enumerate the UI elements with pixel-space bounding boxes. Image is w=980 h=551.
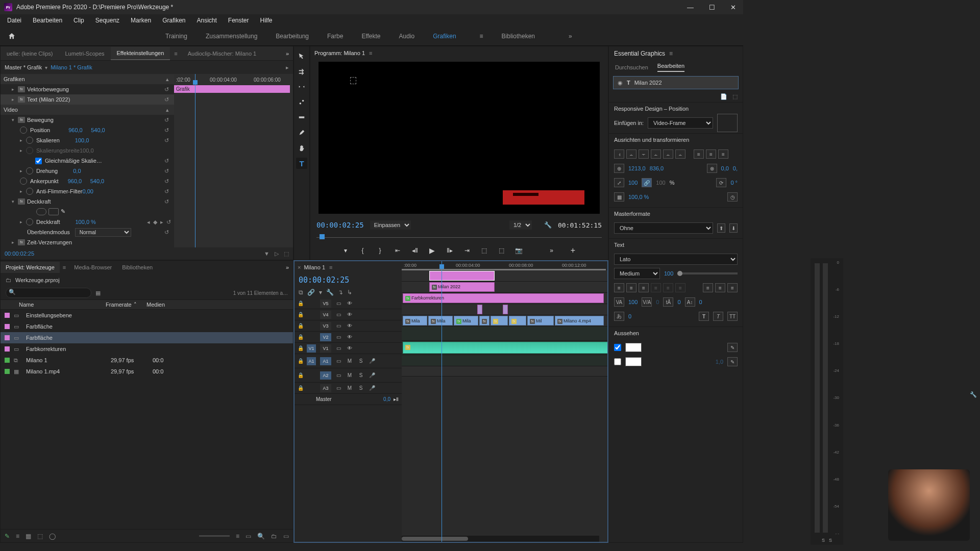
reset-icon[interactable]: ↺ xyxy=(164,158,169,164)
reset-icon[interactable]: ↺ xyxy=(164,229,169,236)
stroke-color-swatch[interactable] xyxy=(625,357,642,366)
stroke-width[interactable]: 1,0 xyxy=(716,359,723,365)
fx-badge[interactable]: fx xyxy=(18,198,25,205)
text-valign-top-icon[interactable]: ≡ xyxy=(703,283,713,292)
hand-tool[interactable] xyxy=(296,142,307,154)
track-select-tool[interactable] xyxy=(296,66,307,77)
solo-indicator[interactable]: S xyxy=(822,538,825,543)
pin-to-select[interactable]: Video-Frame xyxy=(648,117,713,129)
clip-video[interactable]: fx xyxy=(491,316,508,325)
mute-button[interactable]: M xyxy=(346,358,354,365)
project-item[interactable]: ▭Farbfläche xyxy=(1,332,293,343)
visibility-icon[interactable]: ◉ xyxy=(618,80,623,86)
fx-badge[interactable]: fx xyxy=(18,86,25,92)
circle-icon[interactable]: ◯ xyxy=(49,533,56,540)
chevron-down-icon[interactable]: ▾ xyxy=(45,65,47,70)
project-item[interactable]: ▭Farbfläche xyxy=(1,321,293,332)
lane-a1[interactable] xyxy=(402,327,607,341)
twirl-icon[interactable]: ▾ xyxy=(12,117,18,122)
export-icon[interactable]: ⬚ xyxy=(284,251,289,257)
clip-video[interactable]: fx xyxy=(479,316,489,325)
track-output-icon[interactable]: ▭ xyxy=(334,322,342,330)
find-icon[interactable]: 🔍 xyxy=(257,533,265,540)
solo-button[interactable]: S xyxy=(357,385,365,392)
insert-icon[interactable]: ↴ xyxy=(338,289,343,296)
track-output-icon[interactable]: ▭ xyxy=(334,372,342,379)
marker-icon[interactable]: ▾ xyxy=(319,289,322,296)
add-keyframe-icon[interactable]: ◆ xyxy=(153,219,157,226)
mute-button[interactable]: M xyxy=(346,385,354,392)
src-patch-a1[interactable]: A1 xyxy=(307,357,316,365)
eg-tab-edit[interactable]: Bearbeiten xyxy=(657,63,684,72)
baseline-value[interactable]: 0 xyxy=(699,299,702,305)
icon-view-icon[interactable]: ▦ xyxy=(26,533,31,540)
next-keyframe-icon[interactable]: ▸ xyxy=(160,219,163,226)
lane-master[interactable] xyxy=(402,366,607,377)
twirl-icon[interactable]: ▸ xyxy=(20,189,26,194)
menu-sequenz[interactable]: Sequenz xyxy=(90,15,125,26)
stopwatch-icon[interactable] xyxy=(26,167,33,174)
solo-indicator[interactable]: S xyxy=(829,538,832,543)
group-layer-icon[interactable]: ⬚ xyxy=(732,93,738,100)
clip-video[interactable]: fx xyxy=(509,316,526,325)
workspace-training[interactable]: Training xyxy=(165,33,187,40)
clip-name-label[interactable]: Milano 1 * Grafik xyxy=(51,64,92,70)
src-patch[interactable] xyxy=(307,311,316,319)
src-patch[interactable] xyxy=(307,322,316,330)
track-output-icon[interactable]: ▭ xyxy=(334,300,342,307)
skalieren-value[interactable]: 100,0 xyxy=(75,137,97,143)
stopwatch-icon[interactable] xyxy=(26,137,33,144)
clip-gap[interactable] xyxy=(477,305,482,314)
position-y[interactable]: 540,0 xyxy=(91,127,113,133)
drehung-value[interactable]: 0,0 xyxy=(73,168,95,174)
workspace-overflow-icon[interactable]: » xyxy=(569,33,572,40)
lane-v3[interactable]: fxFarbkorrekturen xyxy=(402,293,607,304)
track-output-icon[interactable]: ▭ xyxy=(334,358,342,365)
prop-zeitverzerrungen[interactable]: Zeit-Verzerrungen xyxy=(27,239,72,245)
project-item[interactable]: ▦Milano 1.mp429,97 fps00:0 xyxy=(1,366,293,377)
extract-button[interactable]: ⬚ xyxy=(497,245,507,256)
fill-checkbox[interactable] xyxy=(614,344,621,351)
master-value[interactable]: 0,0 xyxy=(383,396,390,402)
master-clip-label[interactable]: Master * Grafik xyxy=(5,64,42,70)
track-v5[interactable]: V5 xyxy=(320,299,331,308)
close-sequence-icon[interactable]: × xyxy=(298,264,301,270)
filter-icon[interactable]: ▼ xyxy=(264,251,270,257)
panel-menu-icon[interactable]: ≡ xyxy=(669,50,673,57)
reset-icon[interactable]: ↺ xyxy=(164,96,169,103)
twirl-icon[interactable]: ▸ xyxy=(12,87,18,92)
eg-layer-item[interactable]: ◉ T Milan 2022 xyxy=(613,76,739,89)
font-size[interactable]: 100 xyxy=(664,270,673,277)
clip-video[interactable]: fxMil xyxy=(527,316,554,325)
pos-y[interactable]: 836,0 xyxy=(650,165,664,171)
close-button[interactable]: ✕ xyxy=(727,3,739,12)
twirl-icon[interactable]: ▸ xyxy=(20,138,26,143)
distribute-3-icon[interactable]: ≡ xyxy=(718,149,728,159)
skip-icon[interactable]: ▸Ⅱ xyxy=(394,396,399,402)
clip-video[interactable]: fxMila xyxy=(428,316,453,325)
menu-fenster[interactable]: Fenster xyxy=(223,15,254,26)
automate-icon[interactable]: ▭ xyxy=(246,533,251,540)
twirl-icon[interactable]: ▸ xyxy=(20,219,26,224)
mask-ellipse-icon[interactable] xyxy=(36,208,46,215)
tab-menu-icon[interactable]: ≡ xyxy=(170,51,181,57)
prev-keyframe-icon[interactable]: ◂ xyxy=(147,219,150,226)
settings-icon[interactable]: 🔧 xyxy=(544,221,552,229)
align-center-v-icon[interactable]: ⫠ xyxy=(663,149,673,159)
lane-a3[interactable] xyxy=(402,355,607,366)
src-patch[interactable] xyxy=(307,384,316,392)
workspace-farbe[interactable]: Farbe xyxy=(327,33,343,40)
twirl-icon[interactable]: ▸ xyxy=(20,148,26,153)
sequence-tab[interactable]: Milano 1 xyxy=(304,264,325,270)
lane-v4[interactable]: fxMilan 2022 xyxy=(402,282,607,293)
timeline-playhead[interactable] xyxy=(442,261,442,542)
clip-gap[interactable] xyxy=(503,305,508,314)
program-current-tc[interactable]: 00:00:02:25 xyxy=(316,221,364,229)
play-button[interactable]: ▶ xyxy=(427,245,437,256)
twirl-icon[interactable]: ▾ xyxy=(12,199,18,204)
track-visibility-icon[interactable]: 👁 xyxy=(346,300,354,307)
position-x[interactable]: 960,0 xyxy=(68,127,91,133)
text-align-center-icon[interactable]: ≡ xyxy=(626,283,636,292)
mask-pen-icon[interactable]: ✎ xyxy=(61,208,65,215)
solo-button[interactable]: S xyxy=(357,372,365,379)
